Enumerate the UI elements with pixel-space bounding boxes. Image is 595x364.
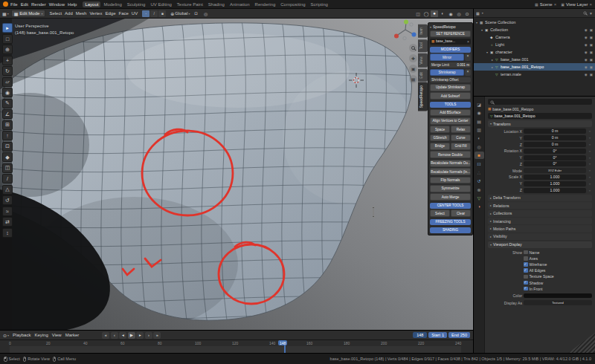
outliner-editor[interactable]: ▦ ▾ ▼ ▾ ▦ Scene Collection bbox=[474, 9, 595, 97]
curve-button[interactable]: Curve bbox=[451, 134, 471, 142]
smooth-tool-icon[interactable]: ≈ bbox=[2, 207, 13, 216]
lock-icon[interactable]: ○ bbox=[588, 129, 592, 133]
material-properties-tab[interactable]: ◑ bbox=[475, 203, 484, 210]
display-as-dropdown[interactable]: Textured bbox=[524, 300, 592, 305]
checkbox[interactable] bbox=[524, 287, 528, 291]
outliner-row[interactable]: ◆ Camera ◉ ▣ bbox=[474, 33, 595, 41]
hide-in-viewport-icon[interactable]: ◉ bbox=[585, 51, 588, 54]
lock-icon[interactable]: ○ bbox=[588, 156, 592, 160]
color-swatch[interactable] bbox=[524, 293, 592, 298]
value-field[interactable]: 0° bbox=[524, 161, 586, 166]
hide-in-viewport-icon[interactable]: ◉ bbox=[585, 58, 588, 62]
camera-view-icon[interactable]: ▣ bbox=[409, 65, 417, 73]
physics-properties-tab[interactable]: ↺ bbox=[475, 178, 484, 185]
mirror-modifier-button[interactable]: Mirror bbox=[430, 53, 464, 61]
value-field[interactable]: 1.000 bbox=[524, 175, 586, 180]
end-frame-field[interactable]: End250 bbox=[448, 332, 470, 338]
outliner-row[interactable]: ▾ ▣ Collection ◉ ▣ bbox=[474, 26, 595, 33]
collapsed-section-header[interactable]: ▸ Visibility bbox=[488, 233, 592, 240]
properties-search-field[interactable] bbox=[488, 99, 592, 105]
data-properties-tab[interactable]: ▽ bbox=[475, 195, 484, 202]
proportional-edit-icon[interactable]: ◎ bbox=[202, 10, 210, 17]
viewport-menu-item[interactable]: UV bbox=[132, 11, 138, 16]
gstretch-button[interactable]: GStretch bbox=[430, 134, 450, 142]
viewport-display-section-header[interactable]: ▾ Viewport Display bbox=[488, 241, 592, 248]
constraints-properties-tab[interactable]: ⊗ bbox=[475, 186, 484, 193]
center-clear-button[interactable]: Clear bbox=[451, 209, 471, 217]
remove-shrinkwrap-icon[interactable]: × bbox=[465, 69, 471, 77]
lock-icon[interactable]: ○ bbox=[588, 149, 592, 153]
vertex-select-mode-button[interactable]: ∙ bbox=[142, 10, 149, 17]
add-subsurf-button[interactable]: Add Subsurf bbox=[430, 92, 471, 100]
viewport-menu-item[interactable]: Face bbox=[118, 11, 128, 16]
particles-properties-tab[interactable]: ∴ bbox=[475, 169, 484, 176]
outliner-item-label[interactable]: base_base.001 bbox=[501, 57, 585, 62]
menu-item[interactable]: Window bbox=[49, 2, 65, 7]
workspace-tab[interactable]: Shading bbox=[206, 1, 227, 7]
bevel-tool-icon[interactable]: ◆ bbox=[2, 152, 13, 162]
workspace-tab[interactable]: Layout bbox=[83, 1, 100, 7]
n-panel-tab-tool[interactable]: Tool bbox=[418, 39, 428, 52]
ortho-toggle-icon[interactable]: ▦ bbox=[409, 75, 417, 83]
merge-limit-field[interactable]: Merge Limit 0.001 m bbox=[430, 62, 471, 68]
lock-icon[interactable]: ○ bbox=[588, 189, 592, 192]
cursor-tool-icon[interactable]: ⊕ bbox=[2, 45, 13, 54]
pan-icon[interactable]: ✚ bbox=[409, 54, 417, 62]
object-properties-tab[interactable]: ■ bbox=[475, 152, 484, 159]
disable-in-render-icon[interactable]: ▣ bbox=[590, 65, 593, 69]
checkbox[interactable] bbox=[524, 275, 528, 279]
collapsed-section-header[interactable]: ▸ Instancing bbox=[488, 218, 592, 224]
outliner-row[interactable]: ▾ ▦ Scene Collection bbox=[474, 19, 595, 26]
hide-in-viewport-icon[interactable]: ◉ bbox=[585, 73, 588, 77]
poly-build-tool-icon[interactable]: △ bbox=[2, 185, 13, 195]
collapsed-section-header[interactable]: ▸ Relations bbox=[488, 202, 592, 209]
transform-tool-icon[interactable]: ◉ bbox=[2, 88, 13, 97]
center-tools-section-header[interactable]: CENTER TOOLS bbox=[430, 203, 471, 209]
menu-item[interactable]: Help bbox=[68, 2, 77, 7]
value-field[interactable]: 0 m bbox=[524, 142, 586, 147]
outliner-item-label[interactable]: Scene Collection bbox=[485, 20, 591, 25]
flip-normals-button[interactable]: Flip Normals bbox=[430, 177, 471, 184]
jump-to-end-button[interactable]: » bbox=[153, 332, 161, 339]
recalc-normals-inside-button[interactable]: Recalculate Normals (In... bbox=[430, 168, 471, 175]
outliner-item-label[interactable]: terran.male bbox=[501, 72, 585, 77]
viewport-menu-item[interactable]: Add bbox=[65, 11, 73, 16]
viewport-menu-item[interactable]: Select bbox=[49, 11, 62, 16]
world-properties-tab[interactable]: ◎ bbox=[475, 143, 484, 151]
output-properties-tab[interactable]: ▤ bbox=[475, 117, 484, 125]
value-field[interactable]: XYZ Euler bbox=[524, 168, 586, 173]
workspace-tab[interactable]: Scripting bbox=[309, 1, 330, 7]
disable-in-render-icon[interactable]: ▣ bbox=[590, 51, 593, 54]
unlink-view-layer-icon[interactable]: × bbox=[589, 2, 592, 7]
hide-in-viewport-icon[interactable]: ◉ bbox=[585, 36, 588, 39]
outliner-item-label[interactable]: Light bbox=[495, 42, 585, 47]
spin-tool-icon[interactable]: ↺ bbox=[2, 195, 13, 205]
hide-in-viewport-icon[interactable]: ◉ bbox=[585, 65, 588, 69]
center-select-button[interactable]: Select bbox=[430, 209, 450, 217]
reference-object-field[interactable]: ▦ base_base... × bbox=[430, 39, 471, 45]
add-cube-tool-icon[interactable]: ⊞ bbox=[2, 120, 13, 130]
hide-in-viewport-icon[interactable]: ◉ bbox=[585, 28, 588, 32]
checkbox[interactable] bbox=[524, 281, 528, 285]
loop-cut-tool-icon[interactable]: ◫ bbox=[2, 163, 13, 173]
tool-properties-tab[interactable]: ◪ bbox=[475, 100, 484, 108]
properties-editor[interactable]: ◪◉▤▥◐◎■⊡∴↺⊗▽◑ ▦ base_base.001_Retopo ▽ b… bbox=[474, 97, 595, 353]
tools-section-header[interactable]: TOOLS bbox=[430, 102, 471, 108]
checkbox[interactable] bbox=[524, 268, 528, 273]
overlays-dropdown-icon[interactable]: ◎ bbox=[455, 10, 463, 17]
render-properties-tab[interactable]: ◉ bbox=[475, 109, 484, 117]
editor-type-button[interactable]: ▦▾ bbox=[2, 11, 9, 16]
zoom-icon[interactable] bbox=[409, 44, 417, 52]
view-layer-properties-tab[interactable]: ▥ bbox=[475, 126, 484, 134]
viewport-menu-item[interactable]: Mesh bbox=[76, 11, 87, 16]
blender-logo-icon[interactable] bbox=[3, 1, 8, 7]
grid-fill-button[interactable]: Grid Fill bbox=[451, 143, 471, 150]
shading-rendered-icon[interactable]: ◉ bbox=[447, 10, 454, 17]
shrink-flatten-tool-icon[interactable]: ↕ bbox=[2, 228, 13, 238]
gizmos-dropdown-icon[interactable]: ⊙ bbox=[463, 10, 471, 17]
scale-tool-icon[interactable]: ▱ bbox=[2, 77, 13, 87]
bridge-button[interactable]: Bridge bbox=[430, 143, 450, 150]
outliner-row[interactable]: ▾ ▣ character ◉ ▣ bbox=[474, 48, 595, 56]
orientation-dropdown[interactable]: ⊕Global▾ bbox=[170, 11, 190, 16]
outliner-row[interactable]: ▸ ▽ base_base.001 ◉ ▣ bbox=[474, 56, 595, 63]
